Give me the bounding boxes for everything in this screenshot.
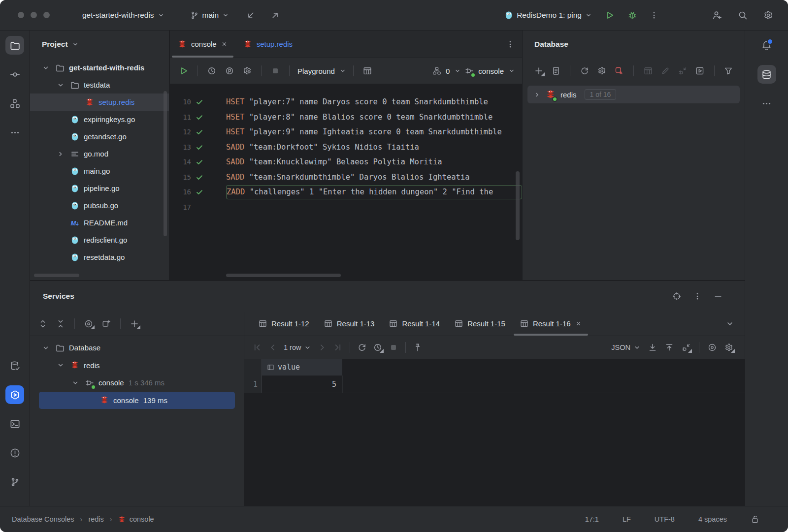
- breadcrumb-item-console[interactable]: console: [118, 515, 154, 523]
- import-data-button[interactable]: [662, 341, 676, 354]
- chevron-down-icon[interactable]: [42, 344, 51, 352]
- attach-session-button[interactable]: [679, 341, 693, 354]
- stop-button[interactable]: [268, 64, 282, 78]
- pin-tab-button[interactable]: [411, 341, 425, 354]
- reload-page-button[interactable]: [355, 341, 369, 354]
- breadcrumb-item-database-consoles[interactable]: Database Consoles: [12, 515, 74, 523]
- expand-all-button[interactable]: [36, 317, 50, 331]
- editor-line-17[interactable]: 17: [170, 200, 522, 215]
- open-in-new-tab-button[interactable]: [99, 317, 113, 331]
- tool-structure-button[interactable]: [5, 94, 24, 113]
- chevron-down-icon[interactable]: [57, 361, 66, 369]
- tool-terminal-button[interactable]: [5, 414, 24, 433]
- chevron-down-icon[interactable]: [57, 81, 66, 89]
- chevron-right-icon[interactable]: [57, 150, 66, 158]
- minimize-window-button[interactable]: [31, 12, 37, 18]
- code-with-me-button[interactable]: [710, 8, 724, 22]
- editor-line-12[interactable]: 12HSET "player:9" name Ighteatia score 0…: [170, 125, 522, 140]
- last-page-button[interactable]: [331, 341, 345, 354]
- disconnect-button[interactable]: [613, 64, 625, 78]
- tool-project-button[interactable]: [5, 36, 24, 55]
- new-datasource-button[interactable]: [532, 64, 545, 78]
- line-separator[interactable]: LF: [623, 515, 631, 523]
- project-tree-item-pipeline-go[interactable]: pipeline.go: [30, 180, 169, 197]
- project-tree-item-getandset-go[interactable]: getandset.go: [30, 128, 169, 145]
- tool-database-consoles-button[interactable]: [5, 356, 24, 375]
- result-tab-result-1-16[interactable]: Result 1-16: [513, 312, 589, 336]
- refresh-button[interactable]: [578, 64, 591, 78]
- project-tree-item-testdata[interactable]: testdata: [30, 76, 169, 94]
- project-tree-item-redisclient-go[interactable]: redisclient.go: [30, 231, 169, 249]
- run-button[interactable]: [603, 8, 617, 22]
- editor-line-15[interactable]: 15SADD "team:Snarkdumbthimble" Daryos Bl…: [170, 170, 522, 185]
- project-tree-item-pubsub-go[interactable]: pubsub.go: [30, 197, 169, 214]
- debug-button[interactable]: [625, 8, 639, 22]
- editor-line-13[interactable]: 13SADD "team:Dorkfoot" Sykios Nidios Tia…: [170, 140, 522, 155]
- project-panel-header[interactable]: Project: [30, 31, 169, 58]
- view-data-button[interactable]: [642, 64, 654, 78]
- close-tab-icon[interactable]: [575, 320, 582, 327]
- editor-line-16[interactable]: 16ZADD "challenges" 1 "Enter the hidden …: [170, 185, 522, 200]
- chevron-down-icon[interactable]: [71, 379, 80, 387]
- result-view-options-button[interactable]: [705, 341, 719, 354]
- chevron-down-icon[interactable]: [42, 64, 51, 72]
- result-tabs-list-button[interactable]: [723, 317, 737, 331]
- collapse-all-button[interactable]: [54, 317, 67, 331]
- more-run-actions-button[interactable]: [647, 8, 661, 22]
- project-selector[interactable]: get-started-with-redis: [82, 11, 164, 20]
- console-settings-button[interactable]: [240, 64, 254, 78]
- branch-selector[interactable]: main: [190, 11, 230, 20]
- file-encoding[interactable]: UTF-8: [655, 515, 675, 523]
- settings-button[interactable]: [761, 8, 775, 22]
- project-tree-item-get-started-with-redis[interactable]: get-started-with-redis: [30, 59, 169, 76]
- push-commits-button[interactable]: [268, 8, 282, 22]
- notifications-button[interactable]: [757, 36, 776, 55]
- right-strip-more-button[interactable]: [757, 94, 776, 113]
- datasource-properties-button[interactable]: [550, 64, 562, 78]
- result-tab-result-1-12[interactable]: Result 1-12: [251, 312, 317, 336]
- editor-tab-options-button[interactable]: [503, 37, 517, 51]
- zoom-window-button[interactable]: [43, 12, 50, 18]
- project-tree-item-main-go[interactable]: main.go: [30, 162, 169, 180]
- parameters-button[interactable]: [223, 64, 236, 78]
- result-tab-result-1-15[interactable]: Result 1-15: [447, 312, 513, 336]
- result-tab-result-1-14[interactable]: Result 1-14: [382, 312, 447, 336]
- editor-line-11[interactable]: 11HSET "player:8" name Blalios score 0 t…: [170, 110, 522, 125]
- caret-position[interactable]: 17:1: [585, 515, 599, 523]
- editor-tab-setup-redis[interactable]: setup.redis: [235, 31, 300, 58]
- tool-services-button[interactable]: [5, 385, 24, 404]
- editor-vertical-scrollbar[interactable]: [516, 171, 520, 240]
- page-size-selector[interactable]: 1 row: [284, 344, 311, 351]
- data-extractor-selector[interactable]: JSON: [611, 344, 641, 351]
- playground-mode-selector[interactable]: Playground: [296, 67, 346, 75]
- project-vertical-scrollbar[interactable]: [164, 91, 167, 236]
- result-history-button[interactable]: [371, 341, 385, 354]
- lock-open-icon[interactable]: [751, 515, 759, 524]
- close-tab-icon[interactable]: [221, 41, 228, 47]
- datasource-row-redis[interactable]: redis 1 of 16: [527, 86, 740, 103]
- session-selector[interactable]: console: [465, 66, 515, 75]
- filter-button[interactable]: [722, 64, 735, 78]
- editor-content[interactable]: 10HSET "player:7" name Daryos score 0 te…: [170, 84, 522, 280]
- services-tree-item-database[interactable]: Database: [30, 339, 244, 357]
- update-project-button[interactable]: [244, 8, 258, 22]
- services-tree-item-redis[interactable]: redis: [30, 357, 244, 375]
- column-header-value[interactable]: value: [262, 359, 343, 376]
- tool-commit-button[interactable]: [5, 65, 24, 84]
- project-tree-item-go-mod[interactable]: go.mod: [30, 145, 169, 162]
- project-tree-item-expiringkeys-go[interactable]: expiringkeys.go: [30, 111, 169, 128]
- editor-line-14[interactable]: 14SADD "team:Knucklewimp" Belaeos Polyti…: [170, 155, 522, 170]
- project-tree-item-readme-md[interactable]: MREADME.md: [30, 214, 169, 231]
- add-service-button[interactable]: [128, 317, 141, 331]
- editor-line-10[interactable]: 10HSET "player:7" name Daryos score 0 te…: [170, 94, 522, 110]
- scroll-to-source-button[interactable]: [670, 289, 684, 303]
- execute-button[interactable]: [177, 64, 191, 78]
- tool-problems-button[interactable]: [5, 443, 24, 462]
- previous-page-button[interactable]: [266, 341, 280, 354]
- search-everywhere-button[interactable]: [736, 8, 750, 22]
- value-cell[interactable]: 5: [262, 376, 343, 393]
- modify-button[interactable]: [659, 64, 671, 78]
- close-window-button[interactable]: [18, 12, 24, 18]
- indent-style[interactable]: 4 spaces: [698, 515, 727, 523]
- database-settings-button[interactable]: [596, 64, 608, 78]
